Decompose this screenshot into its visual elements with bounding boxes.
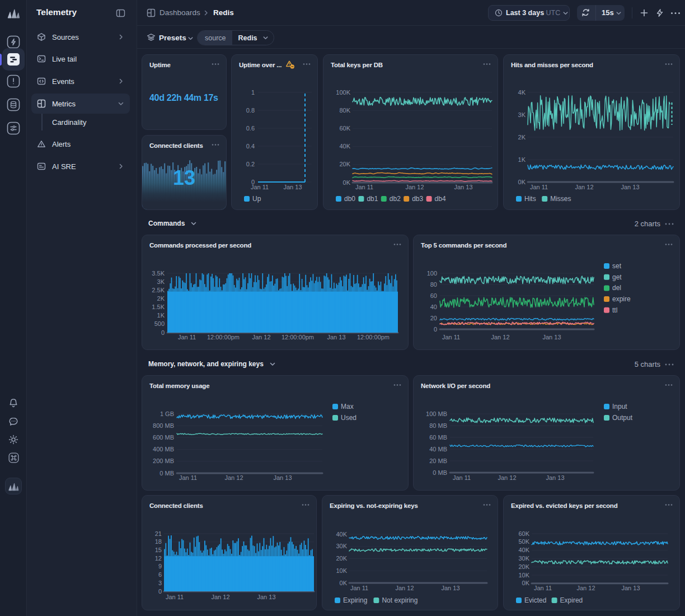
svg-text:0K: 0K [343, 179, 351, 186]
svg-text:Jan 11: Jan 11 [178, 334, 196, 340]
svg-text:50K: 50K [518, 538, 529, 545]
svg-text:40 MB: 40 MB [429, 446, 447, 452]
svg-text:500: 500 [154, 320, 165, 327]
svg-text:0K: 0K [518, 179, 526, 185]
svg-text:2K: 2K [518, 134, 526, 141]
svg-text:Jan 11: Jan 11 [530, 184, 548, 190]
svg-text:Jan 13: Jan 13 [327, 334, 345, 340]
svg-text:get: get [612, 273, 622, 281]
svg-text:12:00:00pm: 12:00:00pm [207, 334, 240, 340]
svg-text:Output: Output [612, 414, 633, 422]
svg-text:40K: 40K [339, 143, 350, 150]
svg-text:Jan 11: Jan 11 [179, 474, 197, 481]
svg-text:Jan 13: Jan 13 [441, 585, 459, 591]
svg-text:Jan 13: Jan 13 [546, 474, 564, 481]
svg-text:0 MB: 0 MB [159, 470, 174, 477]
svg-text:Max: Max [341, 403, 354, 410]
svg-text:0K: 0K [522, 580, 530, 586]
svg-text:20 MB: 20 MB [429, 458, 447, 464]
svg-text:Jan 12: Jan 12 [224, 474, 243, 481]
svg-text:Jan 12: Jan 12 [252, 334, 270, 340]
svg-text:0.8: 0.8 [246, 107, 255, 114]
svg-text:3.5K: 3.5K [152, 270, 165, 277]
svg-text:200 MB: 200 MB [153, 458, 174, 464]
svg-text:10K: 10K [336, 567, 347, 574]
svg-text:Misses: Misses [550, 195, 571, 203]
svg-text:del: del [612, 284, 621, 292]
svg-text:3K: 3K [518, 111, 526, 118]
svg-text:Jan 13: Jan 13 [621, 184, 639, 190]
svg-text:db2: db2 [390, 195, 401, 203]
svg-text:100K: 100K [336, 89, 350, 96]
svg-text:3: 3 [158, 580, 162, 586]
svg-text:ttl: ttl [612, 306, 617, 314]
svg-text:Jan 13: Jan 13 [257, 594, 275, 600]
svg-text:0 MB: 0 MB [433, 469, 447, 476]
svg-text:100: 100 [427, 270, 437, 277]
svg-text:Jan 11: Jan 11 [251, 184, 269, 190]
svg-text:Jan 13: Jan 13 [273, 474, 292, 481]
svg-text:80K: 80K [339, 107, 350, 114]
svg-text:2K: 2K [157, 295, 165, 302]
svg-text:Jan 12: Jan 12 [575, 184, 593, 190]
svg-text:Used: Used [341, 414, 356, 422]
svg-text:20K: 20K [339, 161, 350, 167]
svg-text:Jan 11: Jan 11 [534, 585, 552, 591]
svg-text:20: 20 [430, 315, 437, 321]
svg-text:Jan 12: Jan 12 [491, 334, 509, 340]
svg-text:12:00:00pm: 12:00:00pm [357, 334, 390, 340]
svg-text:20K: 20K [336, 555, 347, 562]
svg-text:12: 12 [155, 555, 162, 562]
svg-text:600 MB: 600 MB [153, 434, 174, 441]
svg-text:Jan 13: Jan 13 [542, 334, 561, 340]
svg-text:80: 80 [430, 281, 437, 288]
svg-text:Jan 11: Jan 11 [355, 184, 373, 190]
svg-text:60: 60 [430, 292, 437, 299]
svg-text:Not expiring: Not expiring [382, 596, 417, 604]
svg-text:40: 40 [430, 304, 437, 310]
svg-text:60K: 60K [518, 530, 529, 537]
svg-text:1.5K: 1.5K [152, 304, 165, 310]
svg-text:20K: 20K [518, 563, 529, 570]
svg-text:100 MB: 100 MB [426, 410, 447, 417]
svg-text:30K: 30K [518, 555, 529, 562]
svg-text:2.5K: 2.5K [152, 287, 165, 293]
svg-text:0.2: 0.2 [246, 161, 255, 167]
svg-text:9: 9 [158, 563, 162, 570]
svg-text:0.6: 0.6 [246, 125, 255, 132]
svg-text:Jan 12: Jan 12 [498, 474, 516, 481]
svg-text:15: 15 [155, 547, 162, 553]
svg-text:Jan 11: Jan 11 [350, 585, 368, 591]
svg-text:18: 18 [155, 538, 162, 545]
svg-text:Jan 12: Jan 12 [395, 585, 414, 591]
svg-text:Evicted: Evicted [524, 596, 546, 604]
svg-text:db3: db3 [412, 195, 423, 203]
svg-text:0.4: 0.4 [246, 143, 255, 150]
svg-text:db4: db4 [435, 195, 446, 203]
svg-text:set: set [612, 262, 622, 270]
svg-text:db0: db0 [344, 195, 355, 203]
svg-text:1: 1 [251, 89, 255, 96]
svg-text:40K: 40K [336, 531, 347, 538]
svg-text:0: 0 [434, 326, 437, 333]
svg-text:4K: 4K [518, 89, 526, 96]
svg-text:Jan 12: Jan 12 [576, 585, 595, 591]
svg-text:80 MB: 80 MB [429, 422, 447, 429]
svg-text:60K: 60K [339, 125, 350, 132]
svg-text:Jan 12: Jan 12 [211, 594, 229, 600]
svg-text:Up: Up [252, 195, 261, 203]
svg-text:400 MB: 400 MB [153, 446, 174, 452]
svg-text:Jan 11: Jan 11 [166, 594, 184, 600]
svg-text:Jan 11: Jan 11 [442, 334, 460, 340]
svg-text:6: 6 [158, 571, 162, 578]
svg-text:Expiring: Expiring [343, 596, 367, 604]
svg-text:0: 0 [161, 329, 165, 336]
svg-text:Jan 13: Jan 13 [621, 585, 640, 591]
svg-text:expire: expire [612, 295, 631, 303]
svg-text:1K: 1K [157, 312, 165, 319]
svg-text:60 MB: 60 MB [429, 434, 447, 441]
svg-text:Jan 13: Jan 13 [454, 184, 472, 190]
svg-text:1 GB: 1 GB [160, 410, 174, 417]
svg-text:Input: Input [612, 403, 627, 410]
svg-text:0: 0 [158, 588, 162, 595]
